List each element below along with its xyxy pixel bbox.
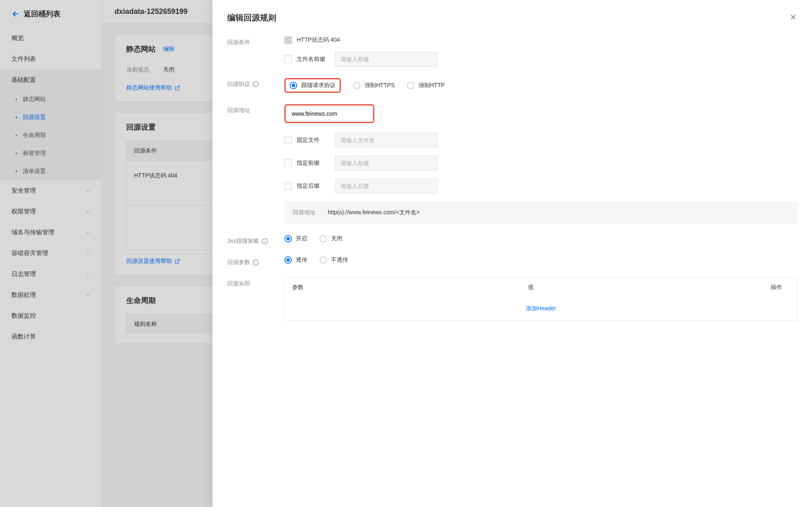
spec-prefix-input[interactable] — [335, 156, 437, 170]
address-preview-value: http(s)://www.feinews.com/<文件名> — [328, 209, 420, 216]
protocol-label: 回源协议 — [227, 78, 284, 88]
condition-label: 回源条件 — [227, 36, 284, 46]
protocol-https-radio[interactable]: 强制HTTPS — [353, 82, 395, 89]
address-preview: 回源地址 http(s)://www.feinews.com/<文件名> — [284, 202, 797, 224]
close-button[interactable] — [789, 13, 797, 22]
spec-prefix-label: 指定前缀 — [297, 159, 329, 167]
filename-prefix-input[interactable] — [335, 52, 437, 67]
filename-prefix-checkbox[interactable] — [284, 56, 292, 63]
params-label: 回源参数 — [227, 256, 284, 266]
fixed-file-input[interactable] — [335, 133, 437, 148]
protocol-http-radio[interactable]: 强制HTTP — [407, 82, 445, 89]
info-icon[interactable] — [262, 238, 268, 245]
params-nopass-radio[interactable]: 不透传 — [320, 256, 348, 264]
spec-suffix-input[interactable] — [335, 179, 437, 193]
spec-suffix-checkbox[interactable] — [284, 182, 292, 190]
origin-address-input[interactable] — [286, 106, 372, 121]
check-icon — [286, 38, 291, 43]
http404-checkbox[interactable] — [284, 36, 292, 44]
address-label: 回源地址 — [227, 104, 284, 114]
http404-label: HTTP状态码 404 — [297, 36, 340, 44]
th-param: 参数 — [285, 278, 521, 297]
th-value: 值 — [521, 278, 756, 297]
spec-prefix-checkbox[interactable] — [284, 159, 292, 167]
th-action: 操作 — [756, 278, 797, 297]
edit-origin-rule-modal: 编辑回源规则 回源条件 HTTP状态码 404 — [213, 0, 812, 507]
close-icon — [789, 13, 797, 21]
fixed-file-checkbox[interactable] — [284, 137, 292, 144]
filename-prefix-label: 文件名前缀 — [297, 56, 329, 63]
follow3xx-off-radio[interactable]: 关闭 — [320, 235, 342, 242]
modal-title: 编辑回源规则 — [227, 12, 276, 23]
follow3xx-label: 3xx跟随策略 — [227, 235, 284, 245]
protocol-highlight: 跟随请求协议 — [284, 78, 341, 93]
follow3xx-on-radio[interactable]: 开启 — [284, 235, 307, 242]
spec-suffix-label: 指定后缀 — [297, 182, 329, 190]
add-header-button[interactable]: 添加Header — [285, 297, 797, 321]
protocol-follow-radio[interactable]: 跟随请求协议 — [290, 82, 336, 89]
info-icon[interactable] — [253, 259, 259, 266]
address-highlight — [284, 104, 374, 123]
fixed-file-label: 固定文件 — [297, 137, 329, 144]
headers-label: 回源头部 — [227, 278, 284, 287]
headers-table: 参数 值 操作 添加Header — [284, 278, 797, 321]
info-icon[interactable] — [253, 81, 259, 87]
params-pass-radio[interactable]: 透传 — [284, 256, 307, 264]
